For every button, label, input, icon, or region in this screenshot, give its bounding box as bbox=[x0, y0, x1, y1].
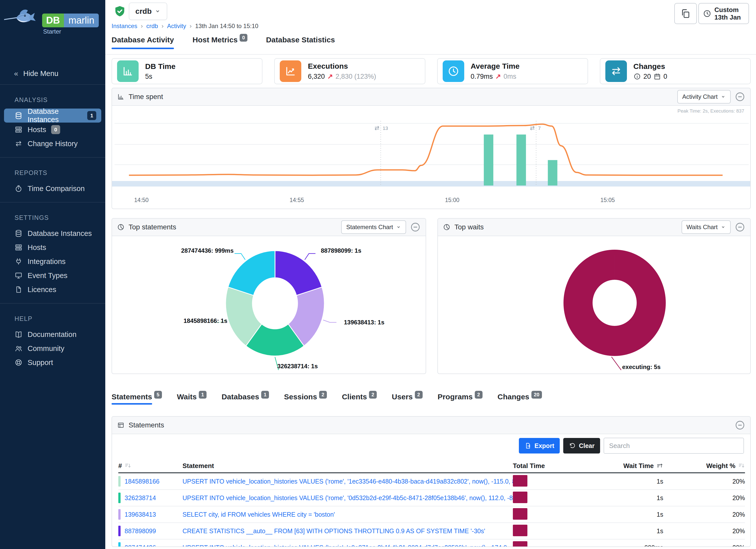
sidebar-item-label: Change History bbox=[28, 140, 78, 148]
breadcrumb-activity[interactable]: Activity bbox=[167, 23, 186, 30]
export-icon bbox=[524, 442, 531, 449]
statement-link[interactable]: UPSERT INTO vehicle_location_histories V… bbox=[182, 478, 513, 485]
table-row[interactable]: 287474436 UPSERT INTO vehicle_location_h… bbox=[118, 539, 745, 547]
waits-chart-menu[interactable]: Waits Chart bbox=[682, 220, 731, 234]
tab-database-activity[interactable]: Database Activity bbox=[112, 36, 174, 45]
hide-menu-button[interactable]: « Hide Menu bbox=[0, 63, 105, 85]
weight-cell: 20% bbox=[732, 478, 745, 485]
chevron-down-icon bbox=[155, 8, 161, 14]
breadcrumb-instances[interactable]: Instances bbox=[112, 23, 137, 30]
calendar-icon bbox=[653, 73, 661, 80]
detail-tab-sessions[interactable]: Sessions2 bbox=[284, 393, 327, 405]
detail-tab-changes[interactable]: Changes20 bbox=[498, 393, 542, 405]
collapse-panel-icon[interactable] bbox=[735, 420, 745, 430]
card-value: 0.79ms bbox=[471, 73, 493, 80]
card-executions: Executions 6,320 ↗ 2,830 (123%) bbox=[274, 58, 425, 84]
collapse-panel-icon[interactable] bbox=[410, 222, 421, 232]
card-delta: 0ms bbox=[504, 73, 516, 80]
tab-label: Changes bbox=[498, 393, 529, 405]
plan-label: Starter bbox=[43, 28, 61, 35]
tab-label: Database Activity bbox=[112, 36, 174, 44]
weight-cell: 20% bbox=[732, 544, 745, 547]
sort-asc-icon[interactable] bbox=[656, 462, 663, 469]
column-header-weight[interactable]: Weight % bbox=[663, 462, 745, 470]
dbmarlin-logo[interactable]: DB marlin Starter bbox=[0, 0, 105, 63]
pie-chart-icon bbox=[117, 223, 125, 231]
statement-id-link[interactable]: 887898099 bbox=[125, 527, 156, 535]
tab-label: Databases bbox=[222, 393, 259, 405]
detail-tab-clients[interactable]: Clients2 bbox=[342, 393, 377, 405]
sidebar-item-support[interactable]: Support bbox=[0, 355, 105, 370]
events-count: 0 bbox=[664, 73, 667, 80]
sidebar-item-time-comparison[interactable]: Time Comparison bbox=[0, 181, 105, 196]
collapse-panel-icon[interactable] bbox=[735, 222, 745, 232]
total-time-bar bbox=[513, 492, 527, 503]
statement-link[interactable]: UPSERT INTO vehicle_location_histories V… bbox=[182, 494, 513, 501]
sidebar-item-licences[interactable]: Licences bbox=[0, 283, 105, 297]
copy-link-button[interactable] bbox=[674, 3, 697, 24]
wait-time-cell: 1s bbox=[657, 494, 663, 502]
sidebar-item-database-instances[interactable]: Database Instances bbox=[0, 226, 105, 240]
wait-time-cell: 1s bbox=[657, 478, 663, 485]
sidebar-item-hosts[interactable]: Hosts 0 bbox=[0, 123, 105, 137]
detail-tab-waits[interactable]: Waits1 bbox=[177, 393, 207, 405]
sort-icon[interactable] bbox=[738, 462, 745, 469]
time-range-button[interactable]: Custom 13th Jan bbox=[698, 3, 749, 24]
sidebar-item-label: Licences bbox=[28, 286, 56, 294]
sidebar-item-integrations[interactable]: Integrations bbox=[0, 254, 105, 268]
time-spent-chart[interactable]: 13714:5014:5515:0015:05 bbox=[112, 106, 751, 209]
info-icon bbox=[633, 73, 641, 80]
sidebar-item-community[interactable]: Community bbox=[0, 341, 105, 355]
statement-id-link[interactable]: 326238714 bbox=[125, 494, 156, 502]
tab-label: Host Metrics bbox=[193, 36, 238, 44]
tab-database-statistics[interactable]: Database Statistics bbox=[266, 36, 335, 45]
instance-selector[interactable]: crdb bbox=[129, 3, 167, 20]
panel-title: Top statements bbox=[129, 223, 176, 231]
statement-link[interactable]: UPSERT INTO vehicle_location_histories V… bbox=[182, 544, 513, 547]
collapse-panel-icon[interactable] bbox=[735, 91, 745, 102]
statement-id-link[interactable]: 1845898166 bbox=[125, 478, 159, 485]
table-row[interactable]: 887898099 CREATE STATISTICS __auto__ FRO… bbox=[118, 523, 745, 539]
card-title: Changes bbox=[633, 62, 667, 71]
main-content: crdb Custom 13th Jan Instances›crdb›Acti… bbox=[105, 0, 756, 549]
tab-count-badge: 1 bbox=[199, 391, 207, 399]
card-average-time: Average Time 0.79ms ↗ 0ms bbox=[437, 58, 588, 84]
sidebar-item-event-types[interactable]: Event Types bbox=[0, 268, 105, 283]
change-annotation-count: 7 bbox=[538, 126, 541, 131]
detail-tab-statements[interactable]: Statements5 bbox=[112, 393, 162, 405]
detail-tabs: Statements5Waits1Databases1Sessions2Clie… bbox=[112, 393, 542, 405]
statements-chart-menu[interactable]: Statements Chart bbox=[341, 220, 406, 234]
detail-tab-databases[interactable]: Databases1 bbox=[222, 393, 269, 405]
sidebar-item-change-history[interactable]: Change History bbox=[0, 137, 105, 151]
table-row[interactable]: 326238714 UPSERT INTO vehicle_location_h… bbox=[118, 490, 745, 506]
detail-tab-users[interactable]: Users2 bbox=[392, 393, 423, 405]
statements-donut-chart[interactable]: 887898099: 1s139638413: 1s326238714: 1s1… bbox=[112, 236, 426, 374]
column-header-wait-time[interactable]: Wait Time bbox=[618, 462, 663, 470]
table-row[interactable]: 1845898166 UPSERT INTO vehicle_location_… bbox=[118, 473, 745, 490]
sidebar-section: REPORTS Time Comparison bbox=[0, 157, 105, 202]
statements-table-panel: Statements Export Clear #StatementTotal … bbox=[112, 416, 751, 547]
sidebar-item-database-instances[interactable]: Database Instances 1 bbox=[4, 109, 101, 123]
sidebar-item-documentation[interactable]: Documentation bbox=[0, 327, 105, 341]
column-header-[interactable]: # bbox=[118, 462, 182, 470]
statement-link[interactable]: CREATE STATISTICS __auto__ FROM [63] WIT… bbox=[182, 527, 485, 534]
sidebar-item-label: Support bbox=[28, 358, 53, 367]
activity-chart-menu[interactable]: Activity Chart bbox=[677, 90, 731, 104]
donut-label-887898099: 887898099: 1s bbox=[321, 247, 361, 254]
sidebar-item-icon bbox=[15, 229, 23, 237]
tab-host-metrics[interactable]: Host Metrics0 bbox=[193, 36, 247, 45]
sort-icon[interactable] bbox=[124, 462, 131, 469]
statement-link[interactable]: SELECT city, id FROM vehicles WHERE city… bbox=[182, 511, 335, 518]
time-range-date: 13th Jan bbox=[714, 14, 741, 21]
breadcrumb-crdb[interactable]: crdb bbox=[146, 23, 158, 30]
donut-label-326238714: 326238714: 1s bbox=[262, 363, 333, 370]
waits-donut-chart[interactable]: executing: 5s bbox=[438, 236, 750, 374]
statement-id-link[interactable]: 139638413 bbox=[125, 511, 156, 518]
export-button[interactable]: Export bbox=[519, 438, 560, 453]
statement-id-link[interactable]: 287474436 bbox=[125, 544, 156, 547]
sidebar-item-hosts[interactable]: Hosts bbox=[0, 240, 105, 254]
table-row[interactable]: 139638413 SELECT city, id FROM vehicles … bbox=[118, 506, 745, 523]
clear-button[interactable]: Clear bbox=[563, 438, 600, 453]
detail-tab-programs[interactable]: Programs2 bbox=[438, 393, 483, 405]
search-input[interactable] bbox=[604, 438, 744, 454]
